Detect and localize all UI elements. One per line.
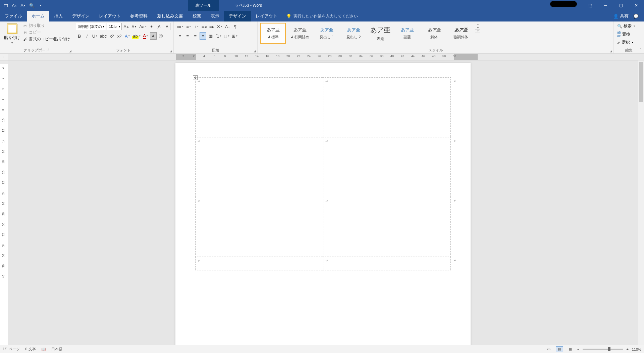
enclose-characters-button[interactable]: A	[164, 23, 170, 30]
tab-references[interactable]: 参考資料	[125, 11, 152, 21]
font-launcher-icon[interactable]: ◢	[170, 49, 172, 53]
align-right-button[interactable]: ≡	[192, 32, 199, 40]
table-move-handle[interactable]: ✥	[193, 75, 198, 80]
document-canvas[interactable]: ✥ ↵ ↵ ↵ ↵ ↵ ↵ ↵ ↵ ↵ ↵	[8, 60, 638, 345]
highlight-button[interactable]: ab▾	[131, 32, 141, 40]
ribbon-display-options-icon[interactable]: ⬚	[582, 0, 598, 11]
language-status[interactable]: 日本語	[51, 347, 62, 352]
bullets-button[interactable]: ≔▾	[176, 23, 184, 30]
font-size-combo[interactable]: 10.5▾	[107, 23, 122, 30]
character-shading-button[interactable]: A	[150, 32, 157, 40]
qat-print-preview-icon[interactable]: 🔍	[29, 2, 35, 8]
styles-more-icon[interactable]: ▾	[475, 30, 480, 33]
style-item-0[interactable]: あア亜↲ 標準	[260, 23, 286, 44]
minimize-button[interactable]: ─	[598, 0, 613, 11]
clipboard-launcher-icon[interactable]: ◢	[69, 49, 71, 53]
label-cell[interactable]: ↵	[323, 197, 451, 257]
comments-button[interactable]: 💬	[633, 14, 639, 19]
replace-button[interactable]: abac置換	[616, 30, 636, 38]
style-item-2[interactable]: あア亜見出し 1	[314, 23, 339, 44]
grow-font-button[interactable]: A▲	[123, 23, 130, 30]
align-center-button[interactable]: ≡	[184, 32, 191, 40]
find-button[interactable]: 🔍検索▾	[616, 23, 636, 29]
cut-button[interactable]: ✂切り取り	[23, 23, 70, 29]
share-button[interactable]: 👤 共有	[613, 13, 629, 19]
tab-view[interactable]: 表示	[206, 11, 224, 21]
format-painter-button[interactable]: 🖌書式のコピー/貼り付け	[23, 36, 70, 42]
styles-launcher-icon[interactable]: ◢	[610, 49, 612, 53]
style-item-3[interactable]: あア亜見出し 2	[341, 23, 366, 44]
label-cell[interactable]: ↵	[323, 137, 451, 197]
label-cell[interactable]: ↵	[323, 257, 451, 270]
asian-layout-button[interactable]: ✕▾	[216, 23, 223, 30]
vertical-ruler[interactable]: 2246810121416182022242628303234363840	[0, 60, 8, 345]
shading-button[interactable]: ◻▾	[223, 32, 230, 40]
font-name-combo[interactable]: 游明朝 (本文の▾	[76, 23, 106, 30]
user-account-redacted[interactable]	[550, 1, 577, 7]
paste-button[interactable]: 貼り付け ▾	[3, 23, 21, 45]
qat-font-shrink-icon[interactable]: A▼	[20, 2, 26, 8]
tab-layout[interactable]: レイアウト	[94, 11, 125, 21]
tab-file[interactable]: ファイル	[0, 11, 27, 21]
tab-home[interactable]: ホーム	[27, 11, 49, 21]
decrease-indent-button[interactable]: ≡◂	[201, 23, 207, 30]
subscript-button[interactable]: x2	[108, 32, 115, 40]
enclose-circle-button[interactable]: ㊓	[158, 32, 164, 40]
close-button[interactable]: ✕	[629, 0, 644, 11]
maximize-button[interactable]: ▢	[613, 0, 629, 11]
label-cell[interactable]: ↵	[196, 78, 323, 137]
bold-button[interactable]: B	[76, 32, 83, 40]
label-cell[interactable]: ↵	[196, 257, 323, 270]
print-layout-button[interactable]: ▤	[556, 346, 563, 352]
select-button[interactable]: ⬀選択▾	[616, 39, 636, 46]
show-marks-button[interactable]: ¶	[232, 23, 238, 30]
zoom-out-button[interactable]: −	[577, 347, 579, 351]
label-cell[interactable]: ↵	[196, 137, 323, 197]
phonetic-guide-button[interactable]: ✦	[148, 23, 155, 30]
distributed-button[interactable]: ▦	[207, 32, 214, 40]
tab-review[interactable]: 校閲	[188, 11, 206, 21]
change-case-button[interactable]: Aa▾	[139, 23, 147, 30]
paragraph-launcher-icon[interactable]: ◢	[254, 49, 256, 53]
tab-insert[interactable]: 挿入	[49, 11, 67, 21]
qat-customize-icon[interactable]: ▾	[38, 2, 44, 8]
line-spacing-button[interactable]: ⇅▾	[215, 32, 222, 40]
label-cell[interactable]: ↵	[196, 197, 323, 257]
style-item-6[interactable]: あア亜斜体	[421, 23, 447, 44]
styles-up-icon[interactable]: ▲	[475, 23, 480, 26]
underline-button[interactable]: U▾	[91, 32, 98, 40]
tab-mailings[interactable]: 差し込み文書	[152, 11, 188, 21]
zoom-slider[interactable]	[583, 349, 623, 350]
text-effects-button[interactable]: A▾	[124, 32, 130, 40]
page-count[interactable]: 1/1 ページ	[3, 347, 20, 352]
italic-button[interactable]: I	[84, 32, 90, 40]
vertical-scrollbar[interactable]	[638, 60, 644, 345]
tab-table-layout[interactable]: レイアウト	[251, 11, 282, 21]
word-icon[interactable]: 🗔	[3, 2, 9, 8]
zoom-level[interactable]: 110%	[632, 347, 641, 351]
increase-indent-button[interactable]: ≡▸	[208, 23, 215, 30]
style-item-5[interactable]: あア亜副題	[394, 23, 420, 44]
superscript-button[interactable]: x2	[116, 32, 123, 40]
numbering-button[interactable]: ≡▾	[185, 23, 192, 30]
zoom-in-button[interactable]: +	[626, 347, 628, 351]
align-left-button[interactable]: ≡	[176, 32, 183, 40]
clear-formatting-button[interactable]: A̸	[156, 23, 163, 30]
shrink-font-button[interactable]: A▼	[131, 23, 138, 30]
tell-me-search[interactable]: 💡 実行したい作業を入力してください	[282, 11, 362, 21]
collapse-ribbon-button[interactable]: ˄	[640, 48, 642, 52]
tab-table-design[interactable]: デザイン	[224, 11, 251, 21]
ruler-corner[interactable]: ∟	[0, 54, 8, 60]
word-count[interactable]: 0 文字	[25, 347, 36, 352]
qat-font-grow-icon[interactable]: A▲	[11, 2, 17, 8]
read-mode-button[interactable]: ▭	[545, 346, 552, 352]
spellcheck-icon[interactable]: 📖	[41, 347, 46, 351]
strikethrough-button[interactable]: abc	[99, 32, 107, 40]
label-table[interactable]: ↵ ↵ ↵ ↵ ↵ ↵ ↵ ↵	[195, 77, 451, 270]
copy-button[interactable]: ⎘コピー	[23, 30, 70, 35]
style-item-4[interactable]: あア亜表題	[368, 23, 393, 44]
borders-button[interactable]: ⊞▾	[231, 32, 238, 40]
align-justify-button[interactable]: ≡	[200, 32, 206, 40]
multilevel-list-button[interactable]: ⫞▾	[193, 23, 200, 30]
scrollbar-thumb[interactable]	[639, 62, 643, 102]
